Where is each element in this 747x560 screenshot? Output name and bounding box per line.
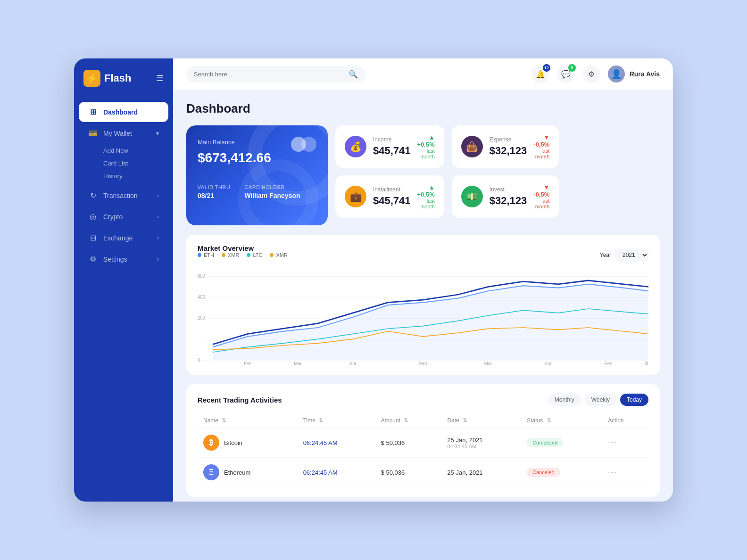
page-title: Dashboard xyxy=(186,101,660,116)
year-dropdown[interactable]: 2021 2020 2019 xyxy=(615,248,648,262)
expense-change: ▼ -0,5% last month xyxy=(533,134,549,159)
sidebar-item-dashboard[interactable]: ⊞ Dashboard xyxy=(79,102,168,122)
messages-button[interactable]: 💬 5 xyxy=(557,65,575,83)
sidebar-item-card-list[interactable]: Card List xyxy=(99,157,173,170)
sort-icon-status[interactable]: ⇅ xyxy=(547,417,551,424)
svg-text:Mar: Mar xyxy=(484,361,492,365)
search-box: 🔍 xyxy=(186,66,365,82)
filter-monthly[interactable]: Monthly xyxy=(548,394,581,406)
svg-text:Apr: Apr xyxy=(545,361,552,365)
invest-icon: 💵 xyxy=(461,186,483,207)
filter-weekly[interactable]: Weekly xyxy=(585,394,616,406)
eth-name-cell: Ξ Ethereum xyxy=(198,458,298,487)
installment-info: Installment $45,741 xyxy=(373,186,411,207)
col-time: Time ⇅ xyxy=(298,413,375,428)
chart-left: Market Overview ETH XMR xyxy=(198,244,288,265)
eth-amount: $ 50,036 xyxy=(375,458,442,487)
svg-text:600: 600 xyxy=(198,273,205,279)
col-date: Date ⇅ xyxy=(441,413,521,428)
search-icon: 🔍 xyxy=(349,70,358,79)
notifications-button[interactable]: 🔔 12 xyxy=(531,65,549,83)
table-row: ₿ Bitcoin 06:24:45 AM $ 50,036 25 Jan, 2… xyxy=(198,428,648,458)
eth-status: Canceled xyxy=(521,458,602,487)
legend-xmr: XMR xyxy=(222,252,239,258)
chart-header: Market Overview ETH XMR xyxy=(198,244,648,265)
svg-text:Mar: Mar xyxy=(294,361,302,365)
sidebar-item-crypto[interactable]: ◎ Crypto › xyxy=(79,206,168,227)
eth-logo: Ξ xyxy=(203,464,219,480)
sort-icon-name[interactable]: ⇅ xyxy=(222,417,226,424)
expense-info: Expense $32,123 xyxy=(490,136,527,157)
eth-time: 06:24:45 AM xyxy=(298,458,375,487)
trading-table: Name ⇅ Time ⇅ Amount ⇅ xyxy=(198,413,648,487)
eth-action[interactable]: ··· xyxy=(602,458,648,487)
chevron-right-icon: › xyxy=(157,214,159,220)
svg-text:Feb: Feb xyxy=(244,361,252,365)
user-profile[interactable]: 👤 Rura Avis xyxy=(608,66,660,82)
table-title: Recent Trading Activities xyxy=(198,396,282,404)
card-bottom: VALID THRU 08/21 CARD HOLDER William Fan… xyxy=(198,184,316,199)
status-badge: Completed xyxy=(527,438,563,447)
chart-section: Market Overview ETH XMR xyxy=(186,235,660,375)
sidebar-item-add-new[interactable]: Add New xyxy=(99,144,173,157)
sidebar-item-transaction[interactable]: ↻ Transaction › xyxy=(79,185,168,206)
wallet-icon: 💳 xyxy=(88,129,98,138)
hamburger-icon[interactable]: ☰ xyxy=(156,73,164,83)
balance-label: Main Balance xyxy=(198,139,316,146)
market-overview-chart: 600 400 200 0 Feb xyxy=(198,271,648,365)
status-badge: Canceled xyxy=(527,468,560,477)
transaction-icon: ↻ xyxy=(88,191,98,200)
header-right: 🔔 12 💬 5 ⚙ 👤 Rura Avis xyxy=(531,65,660,83)
svg-text:0: 0 xyxy=(198,357,200,362)
crypto-icon: ◎ xyxy=(88,212,98,221)
btc-amount: $ 50,036 xyxy=(375,428,442,458)
btc-time: 06:24:45 AM xyxy=(298,428,375,458)
installment-change: ▲ +0,5% last month xyxy=(417,184,435,209)
sidebar-item-label: Settings xyxy=(103,255,127,263)
balance-amount: $673,412.66 xyxy=(198,150,316,165)
app-name: Flash xyxy=(104,72,131,84)
stat-card-expense: 👜 Expense $32,123 ▼ -0,5% last month xyxy=(452,125,559,168)
legend-ltc: LTC xyxy=(247,252,262,258)
sidebar-item-history[interactable]: History xyxy=(99,170,173,182)
notifications-badge: 12 xyxy=(543,64,550,72)
sort-icon-time[interactable]: ⇅ xyxy=(319,417,324,424)
btc-action[interactable]: ··· xyxy=(602,428,648,458)
valid-thru-field: VALID THRU 08/21 xyxy=(198,184,230,199)
sidebar-item-exchange[interactable]: ⊟ Exchange › xyxy=(79,228,168,248)
sidebar-item-my-wallet[interactable]: 💳 My Wallet ▾ xyxy=(79,123,168,143)
top-cards-section: Main Balance $673,412.66 VALID THRU 08/2… xyxy=(186,125,660,225)
svg-marker-9 xyxy=(213,284,648,360)
income-change: ▲ +0,5% last month xyxy=(417,134,435,159)
invest-change: ▼ -0,5% last month xyxy=(533,184,549,209)
search-input[interactable] xyxy=(194,71,345,78)
svg-text:Apr: Apr xyxy=(349,361,357,365)
btc-date: 25 Jan, 2021 04:34:45 AM xyxy=(441,428,521,458)
filter-today[interactable]: Today xyxy=(620,394,648,406)
settings-button[interactable]: ⚙ xyxy=(582,65,600,83)
legend-eth: ETH xyxy=(198,252,214,258)
sidebar-item-settings[interactable]: ⚙ Settings › xyxy=(79,249,168,269)
btc-status: Completed xyxy=(521,428,602,458)
stat-card-invest: 💵 Invest $32,123 ▼ -0,5% last month xyxy=(452,175,559,218)
svg-text:Mar: Mar xyxy=(645,361,648,365)
sort-icon-amount[interactable]: ⇅ xyxy=(404,417,408,424)
messages-badge: 5 xyxy=(568,64,576,72)
main-area: 🔍 🔔 12 💬 5 ⚙ 👤 Rura Avis Dashbo xyxy=(173,58,673,502)
action-dots[interactable]: ··· xyxy=(608,438,617,446)
svg-text:200: 200 xyxy=(198,315,205,321)
sort-icon-date[interactable]: ⇅ xyxy=(463,417,467,424)
stat-cards-grid: 💰 Income $45,741 ▲ +0,5% last month 👜 xyxy=(335,125,559,218)
avatar: 👤 xyxy=(608,66,625,82)
settings-icon: ⚙ xyxy=(88,255,98,264)
exchange-icon: ⊟ xyxy=(88,233,98,242)
legend-xmr2: XMR xyxy=(270,252,287,258)
action-dots[interactable]: ··· xyxy=(608,468,617,476)
balance-card: Main Balance $673,412.66 VALID THRU 08/2… xyxy=(186,125,328,225)
sidebar-item-label: Exchange xyxy=(103,234,133,242)
col-action: Action xyxy=(602,413,648,428)
col-amount: Amount ⇅ xyxy=(375,413,442,428)
year-selector: Year 2021 2020 2019 xyxy=(600,248,648,262)
chevron-right-icon: › xyxy=(157,192,159,199)
legend-dot-xmr xyxy=(222,253,225,257)
